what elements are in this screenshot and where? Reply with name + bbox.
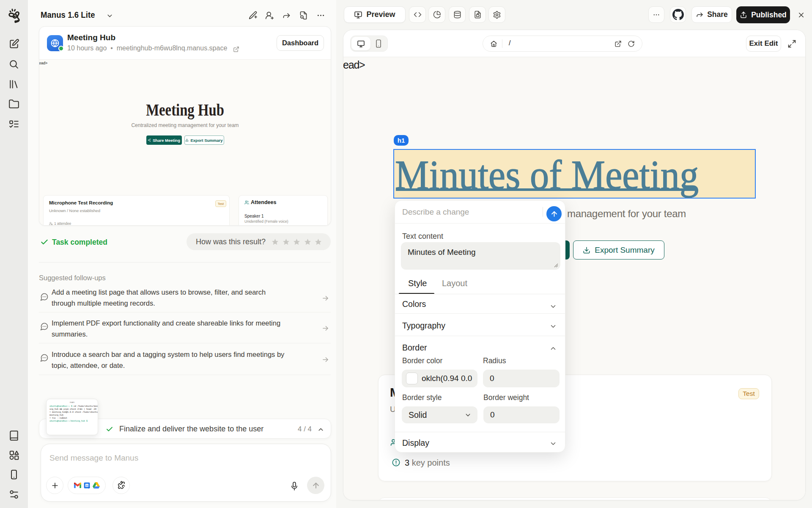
svg-text:31: 31 — [85, 484, 88, 487]
